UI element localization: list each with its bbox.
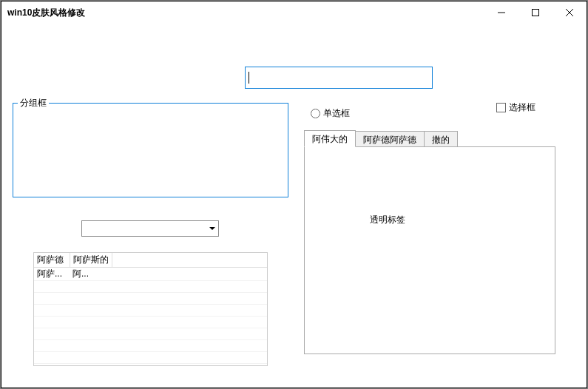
tab-3-label: 撒的 <box>432 134 450 146</box>
close-icon <box>566 9 573 16</box>
table-row[interactable] <box>34 305 267 317</box>
column-header-1[interactable]: 阿萨德 <box>34 253 70 268</box>
window-title: win10皮肤风格修改 <box>7 7 85 19</box>
cell: 阿萨... <box>34 268 70 281</box>
table-row[interactable] <box>34 293 267 305</box>
table-row[interactable] <box>34 281 267 293</box>
listview-table: 阿萨德 阿萨斯的 阿萨... 阿... <box>34 253 267 364</box>
column-header-empty <box>112 253 267 268</box>
maximize-icon <box>532 9 539 16</box>
cell: 阿... <box>70 268 112 281</box>
radio-label: 单选框 <box>323 107 350 120</box>
table-row[interactable] <box>34 328 267 340</box>
table-row[interactable]: 阿萨... 阿... <box>34 268 267 281</box>
titlebar[interactable]: win10皮肤风格修改 <box>1 1 587 24</box>
chevron-down-icon <box>209 227 215 230</box>
tab-3[interactable]: 撒的 <box>424 131 458 147</box>
groupbox: 分组框 <box>13 103 288 197</box>
transparent-label: 透明标签 <box>370 214 405 226</box>
tab-control: 阿伟大的 阿萨德阿萨德 撒的 透明标签 <box>304 131 555 355</box>
table-header-row: 阿萨德 阿萨斯的 <box>34 253 267 268</box>
combobox[interactable] <box>81 220 219 237</box>
tab-2-label: 阿萨德阿萨德 <box>363 134 416 146</box>
tab-1-label: 阿伟大的 <box>312 133 348 146</box>
checkbox-icon <box>496 103 506 112</box>
window-controls <box>484 1 587 24</box>
text-input[interactable] <box>245 67 433 89</box>
radio-button[interactable]: 单选框 <box>311 107 350 120</box>
listview[interactable]: 阿萨德 阿萨斯的 阿萨... 阿... <box>33 252 268 366</box>
tab-page: 透明标签 <box>304 146 555 354</box>
table-row[interactable] <box>34 352 267 364</box>
caret <box>249 72 249 84</box>
minimize-button[interactable] <box>484 1 518 24</box>
minimize-icon <box>498 9 505 16</box>
maximize-button[interactable] <box>518 1 552 24</box>
column-header-2[interactable]: 阿萨斯的 <box>70 253 112 268</box>
svg-rect-1 <box>533 10 539 16</box>
table-row[interactable] <box>34 317 267 328</box>
radio-icon <box>311 109 320 118</box>
checkbox-label: 选择框 <box>509 101 535 114</box>
close-button[interactable] <box>552 1 587 24</box>
table-row[interactable] <box>34 340 267 352</box>
main-window: win10皮肤风格修改 分组框 单选框 选择框 阿伟大的 <box>1 1 587 388</box>
tab-strip: 阿伟大的 阿萨德阿萨德 撒的 <box>304 131 555 147</box>
groupbox-legend: 分组框 <box>18 97 49 109</box>
tab-2[interactable]: 阿萨德阿萨德 <box>355 131 425 147</box>
tab-1[interactable]: 阿伟大的 <box>304 130 356 147</box>
checkbox[interactable]: 选择框 <box>496 101 535 114</box>
cell-empty <box>112 268 267 281</box>
